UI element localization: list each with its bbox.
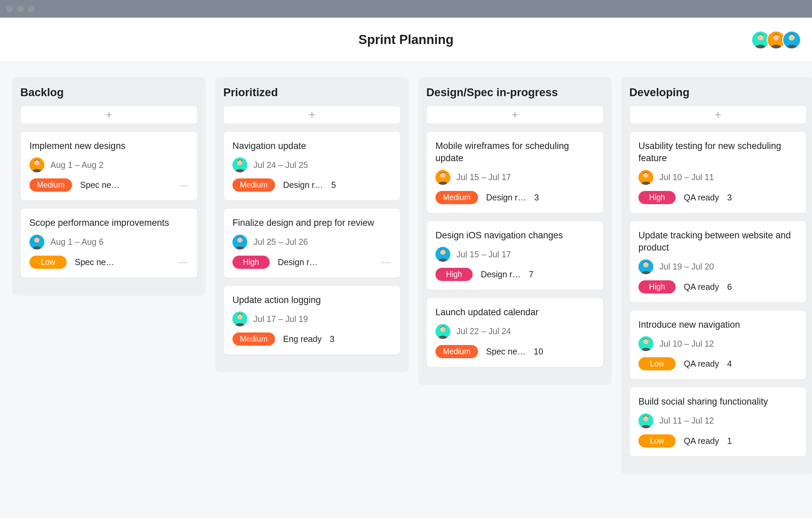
task-title: Design iOS navigation changes	[435, 229, 594, 241]
task-card[interactable]: Design iOS navigation changes Jul 15 – J…	[426, 221, 604, 290]
assignee-avatar[interactable]	[638, 170, 653, 185]
assignee-avatar[interactable]	[435, 247, 450, 262]
add-card-button[interactable]	[223, 106, 401, 124]
priority-pill[interactable]: Low	[638, 357, 676, 370]
comment-count: 5	[331, 180, 336, 190]
task-dates: Jul 24 – Jul 25	[253, 160, 308, 170]
task-card[interactable]: Build social sharing functionality Jul 1…	[629, 387, 807, 456]
task-footer: LowQA ready4	[638, 357, 797, 370]
task-title: Usability testing for new scheduling fea…	[638, 140, 797, 165]
status-text: QA ready	[684, 436, 719, 446]
task-title: Implement new designs	[29, 140, 188, 152]
task-dates: Jul 22 – Jul 24	[456, 326, 511, 336]
priority-pill[interactable]: High	[232, 256, 270, 269]
assignee-avatar[interactable]	[435, 324, 450, 339]
assignee-avatar[interactable]	[638, 336, 653, 351]
window-titlebar	[0, 0, 812, 18]
task-card[interactable]: Launch updated calendar Jul 22 – Jul 24M…	[426, 298, 604, 367]
task-card[interactable]: Finalize design and prep for review Jul …	[223, 208, 401, 278]
priority-pill[interactable]: High	[638, 280, 676, 294]
assignee-avatar[interactable]	[232, 235, 247, 250]
task-meta: Jul 24 – Jul 25	[232, 157, 391, 172]
assignee-avatar[interactable]	[638, 259, 653, 274]
add-card-button[interactable]	[426, 106, 604, 124]
svg-point-1	[758, 34, 764, 40]
window-zoom-button[interactable]	[28, 5, 35, 12]
add-card-button[interactable]	[20, 106, 198, 124]
svg-point-15	[237, 314, 243, 320]
task-footer: MediumSpec ne…—	[29, 178, 188, 192]
task-title: Mobile wireframes for scheduling update	[435, 140, 594, 165]
plus-icon	[511, 110, 519, 119]
empty-field-placeholder: —	[381, 257, 391, 267]
priority-pill[interactable]: Low	[638, 434, 676, 448]
empty-field-placeholder: —	[178, 180, 188, 191]
priority-pill[interactable]: Medium	[435, 191, 478, 204]
priority-pill[interactable]: Medium	[435, 345, 478, 358]
svg-point-27	[643, 339, 649, 344]
priority-pill[interactable]: High	[435, 268, 473, 281]
task-dates: Aug 1 – Aug 6	[50, 237, 104, 247]
status-text: Spec ne…	[75, 257, 114, 267]
task-meta: Jul 10 – Jul 11	[638, 170, 797, 185]
plus-icon	[308, 110, 316, 119]
task-meta: Jul 15 – Jul 17	[435, 247, 594, 262]
task-card[interactable]: Scope performance improvements Aug 1 – A…	[20, 208, 198, 278]
kanban-board: BacklogImplement new designs Aug 1 – Aug…	[0, 62, 812, 489]
task-meta: Jul 10 – Jul 12	[638, 336, 797, 351]
task-meta: Jul 15 – Jul 17	[435, 170, 594, 185]
comment-count: 6	[727, 282, 732, 292]
priority-pill[interactable]: Medium	[232, 332, 275, 346]
task-card[interactable]: Usability testing for new scheduling fea…	[629, 131, 807, 213]
status-text: Design r…	[278, 257, 318, 267]
task-title: Finalize design and prep for review	[232, 217, 391, 229]
window-minimize-button[interactable]	[17, 5, 24, 12]
svg-point-11	[237, 160, 243, 166]
status-text: QA ready	[684, 359, 719, 369]
column-title: Backlog	[20, 86, 198, 99]
comment-count: 4	[727, 359, 732, 369]
task-card[interactable]: Navigation update Jul 24 – Jul 25MediumD…	[223, 131, 401, 201]
priority-pill[interactable]: Medium	[29, 178, 72, 192]
comment-count: 3	[727, 193, 732, 202]
assignee-avatar[interactable]	[232, 311, 247, 326]
task-meta: Aug 1 – Aug 2	[29, 157, 188, 172]
svg-point-19	[440, 250, 446, 255]
assignee-avatar[interactable]	[232, 157, 247, 172]
status-text: QA ready	[684, 282, 719, 292]
status-text: Design r…	[481, 269, 521, 279]
collaborator-avatar[interactable]	[782, 30, 801, 49]
svg-point-3	[773, 34, 779, 40]
svg-point-21	[440, 327, 446, 332]
add-card-button[interactable]	[629, 106, 807, 124]
window-close-button[interactable]	[6, 5, 13, 12]
assignee-avatar[interactable]	[638, 413, 653, 428]
task-footer: LowSpec ne…—	[29, 256, 188, 269]
task-card[interactable]: Introduce new navigation Jul 10 – Jul 12…	[629, 310, 807, 380]
task-footer: HighDesign r…7	[435, 268, 594, 281]
task-dates: Jul 15 – Jul 17	[456, 250, 511, 259]
task-dates: Aug 1 – Aug 2	[50, 160, 104, 170]
task-card[interactable]: Mobile wireframes for scheduling update …	[426, 131, 604, 213]
svg-point-7	[34, 160, 40, 166]
assignee-avatar[interactable]	[435, 170, 450, 185]
priority-pill[interactable]: Low	[29, 256, 67, 269]
task-title: Build social sharing functionality	[638, 395, 797, 408]
task-card[interactable]: Update action logging Jul 17 – Jul 19Med…	[223, 285, 401, 355]
priority-pill[interactable]: Medium	[232, 178, 275, 192]
column-title: Developing	[629, 86, 807, 99]
task-title: Navigation update	[232, 140, 391, 152]
comment-count: 10	[534, 347, 543, 357]
svg-point-25	[643, 262, 649, 267]
task-dates: Jul 25 – Jul 26	[253, 237, 308, 247]
task-meta: Jul 11 – Jul 12	[638, 413, 797, 428]
project-title: Sprint Planning	[359, 33, 454, 47]
assignee-avatar[interactable]	[29, 157, 44, 172]
priority-pill[interactable]: High	[638, 191, 676, 204]
assignee-avatar[interactable]	[29, 235, 44, 250]
task-title: Introduce new navigation	[638, 319, 797, 331]
task-card[interactable]: Implement new designs Aug 1 – Aug 2Mediu…	[20, 131, 198, 201]
board-column: DevelopingUsability testing for new sche…	[621, 77, 812, 474]
project-collaborators[interactable]	[754, 30, 801, 49]
task-card[interactable]: Update tracking between website and prod…	[629, 221, 807, 303]
